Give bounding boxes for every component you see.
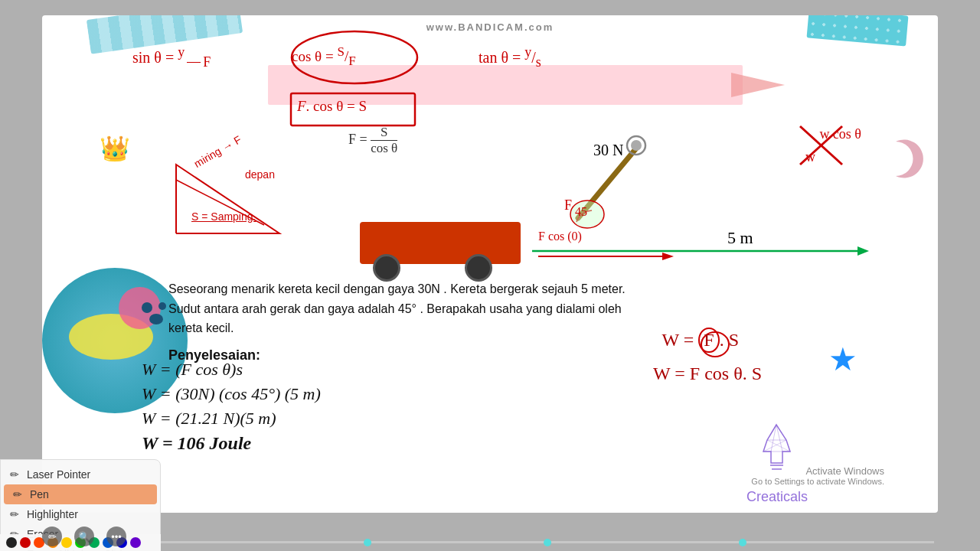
laser-pointer-label: Laser Pointer <box>27 468 90 481</box>
cart <box>348 191 532 276</box>
w-right-label: w <box>805 149 815 165</box>
wcostheta-label: w cos θ <box>819 126 861 142</box>
color-red[interactable] <box>20 537 31 548</box>
solution-2: W = (30N) (cos 45°) (5 m) <box>142 384 321 404</box>
5m-label: 5 m <box>727 228 753 248</box>
tape-top-right <box>807 15 909 47</box>
problem-text: Seseorang menarik kereta kecil dengan ga… <box>168 279 735 364</box>
creaticals-label: Creaticals <box>746 489 808 505</box>
box-formula: F. cos θ = S <box>297 98 367 115</box>
pen-icon: ✏ <box>11 488 24 500</box>
bottom-toolbar-icons: ✏ 🔍 ••• <box>42 527 126 546</box>
sin-formula: sin θ = yF <box>132 44 211 70</box>
fcos-label: F cos (0) <box>538 230 582 243</box>
pen-label: Pen <box>30 488 49 500</box>
problem-line1: Seseorang menarik kereta kecil dengan ga… <box>168 279 735 299</box>
f-fraction: F = S cos θ <box>348 125 397 156</box>
svg-marker-8 <box>662 253 674 260</box>
slider-dot-2[interactable] <box>544 539 551 546</box>
svg-marker-16 <box>763 425 790 463</box>
slide-progress-track[interactable] <box>153 541 934 543</box>
cos-formula: cos θ = S/F <box>292 44 356 69</box>
slider-dot-3[interactable] <box>739 539 746 546</box>
paw-dot-2 <box>158 302 166 310</box>
samping-label: S = Samping. <box>191 210 256 223</box>
f-cart-label: F <box>564 197 572 214</box>
depan-label: depan <box>245 168 275 181</box>
pen-bottom-icon[interactable]: ✏ <box>42 527 62 546</box>
highlighter-icon: ✏ <box>8 508 21 520</box>
laser-pointer-icon: ✏ <box>8 468 21 481</box>
more-bottom-icon[interactable]: ••• <box>106 527 126 546</box>
svg-marker-6 <box>858 246 869 256</box>
solution-4: W = 106 Joule <box>142 433 321 454</box>
problem-line3: kereta kecil. <box>168 318 735 338</box>
pen-tool[interactable]: ✏ Pen <box>4 484 157 504</box>
laser-pointer-tool[interactable]: ✏ Laser Pointer <box>1 465 160 484</box>
angle45-label: 45 <box>575 205 587 219</box>
svg-point-10 <box>627 136 645 155</box>
solution-1: W = (F cos θ)s <box>142 360 321 380</box>
color-black[interactable] <box>6 537 17 548</box>
crown-icon: 👑 <box>100 134 130 163</box>
slider-dot-1[interactable] <box>364 539 371 546</box>
solutions-area: W = (F cos θ)s W = (30N) (cos 45°) (5 m)… <box>142 360 321 458</box>
activate-windows: Activate Windows Go to Settings to activ… <box>751 465 884 486</box>
problem-line2: Sudut antara arah gerak dan gaya adalah … <box>168 299 735 319</box>
color-purple[interactable] <box>130 537 141 548</box>
miring-label: miring → F <box>192 133 243 170</box>
search-bottom-icon[interactable]: 🔍 <box>74 527 94 546</box>
watermark: www.BANDICAM.com <box>426 21 554 33</box>
w-fcosthetas-formula: W = F cos θ. S <box>653 364 762 384</box>
30n-label: 30 N <box>593 142 623 159</box>
star-icon: ★ <box>828 341 858 378</box>
highlighter-tool[interactable]: ✏ Highlighter <box>1 504 160 524</box>
w-fs-formula: W = F. S <box>662 328 739 353</box>
svg-point-11 <box>631 140 642 151</box>
tan-formula: tan θ = y/s <box>479 44 541 70</box>
creaticals-area: Creaticals <box>746 421 808 505</box>
solution-3: W = (21.21 N)(5 m) <box>142 409 321 429</box>
highlighter-label: Highlighter <box>27 508 78 520</box>
paw-main <box>149 314 163 324</box>
slide: www.BANDICAM.com sin θ = yF cos θ = S/F … <box>42 15 938 513</box>
paw-dot-1 <box>142 302 152 313</box>
svg-marker-1 <box>731 73 785 97</box>
